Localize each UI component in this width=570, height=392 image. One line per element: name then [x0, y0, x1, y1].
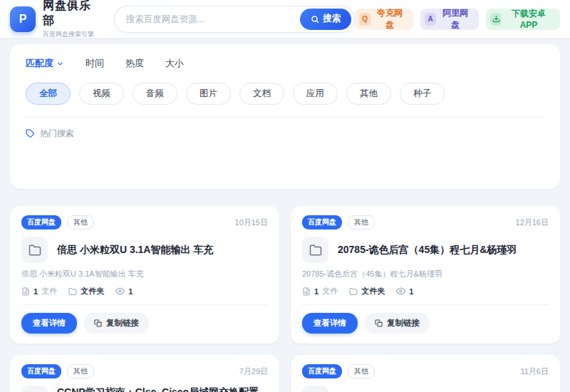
- source-badge: 百度网盘: [21, 364, 61, 378]
- source-badge: 百度网盘: [302, 215, 342, 229]
- quark-label: 夸克网盘: [375, 7, 405, 31]
- sort-option-match[interactable]: 匹配度: [26, 57, 64, 70]
- title-row: 倍思 小米粒双U 3.1A智能输出 车充: [21, 237, 268, 263]
- search-input[interactable]: [126, 14, 300, 24]
- result-card: 百度网盘 其他 10月15日 倍思 小米粒双U 3.1A智能输出 车充 倍思 小…: [10, 206, 279, 344]
- source-badge: 百度网盘: [21, 215, 61, 229]
- view-detail-button[interactable]: 查看详情: [21, 313, 77, 334]
- card-divider: [21, 304, 268, 305]
- views-stat: 1: [396, 287, 413, 296]
- sort-option-time[interactable]: 时间: [86, 57, 104, 70]
- download-icon: [490, 13, 502, 26]
- quark-icon: Q: [359, 13, 370, 26]
- ali-label: 阿里网盘: [440, 7, 470, 31]
- chevron-down-icon: [56, 60, 64, 68]
- folder-stat-label: 文件夹: [81, 286, 104, 296]
- folder-icon: [302, 386, 328, 392]
- file-count-value: 1: [314, 287, 318, 296]
- card-date: 10月15日: [235, 217, 268, 228]
- card-title[interactable]: 20785-诡色后宫（45集）程七月&杨瑾羽: [338, 244, 517, 257]
- file-count-stat: 1 文件: [302, 286, 338, 296]
- card-title[interactable]: CCNP学习指南：Clsc_Cisco局域网交换配置技术 19.9M PDF: [57, 386, 268, 392]
- copy-link-label: 复制链接: [387, 318, 420, 329]
- folder-small-icon: [68, 287, 77, 296]
- folder-stat-label: 文件夹: [361, 286, 385, 296]
- search-icon: [311, 15, 319, 24]
- card-stats: 1 文件 文件夹 1: [21, 286, 268, 296]
- folder-icon: [21, 237, 48, 263]
- card-head: 百度网盘 其他 7月29日: [21, 364, 268, 378]
- card-actions: 查看详情 复制链接: [302, 313, 549, 334]
- tab-all[interactable]: 全部: [26, 83, 71, 105]
- search-button[interactable]: 搜索: [300, 9, 351, 30]
- ali-disk-button[interactable]: A 阿里网盘: [420, 9, 479, 30]
- views-value: 1: [409, 287, 413, 296]
- site-subtitle: 百度网盘搜索引擎: [43, 30, 98, 39]
- tab-app[interactable]: 应用: [293, 83, 338, 105]
- tab-video[interactable]: 视频: [79, 83, 124, 105]
- hot-search-row: 热门搜索: [26, 128, 544, 140]
- result-cards: 百度网盘 其他 10月15日 倍思 小米粒双U 3.1A智能输出 车充 倍思 小…: [10, 206, 560, 392]
- file-count-stat: 1 文件: [21, 286, 57, 296]
- download-app-button[interactable]: 下载安卓APP: [486, 9, 560, 30]
- tab-torrent[interactable]: 种子: [400, 83, 445, 105]
- card-head: 百度网盘 其他 11月6日: [302, 364, 549, 378]
- category-tabs: 全部 视频 音频 图片 文档 应用 其他 种子: [26, 83, 544, 105]
- file-count-value: 1: [33, 287, 38, 296]
- card-stats: 1 文件 文件夹 1: [302, 286, 549, 296]
- quark-disk-button[interactable]: Q 夸克网盘: [355, 9, 413, 30]
- sort-option-heat[interactable]: 热度: [125, 57, 144, 70]
- card-divider: [302, 304, 549, 305]
- file-count-label: 文件: [322, 286, 338, 296]
- type-tag: 其他: [67, 364, 94, 378]
- folder-small-icon: [349, 287, 358, 296]
- title-row: 20785-诡色后宫（45集）程七月&杨瑾羽: [302, 237, 549, 263]
- folder-stat: 文件夹: [68, 286, 104, 296]
- result-card: 百度网盘 其他 11月6日 炽雪七年覆春衫 炽雪七年覆春衫 1 文件: [291, 355, 560, 392]
- copy-link-button[interactable]: 复制链接: [365, 313, 430, 334]
- tab-audio[interactable]: 音频: [133, 83, 177, 105]
- card-date: 7月29日: [239, 366, 268, 377]
- type-tag: 其他: [348, 364, 375, 378]
- filter-panel: 匹配度 时间 热度 大小 全部 视频 音频 图片 文档 应用 其他 种子 热门搜…: [10, 44, 560, 189]
- main-content: 匹配度 时间 热度 大小 全部 视频 音频 图片 文档 应用 其他 种子 热门搜…: [0, 38, 570, 392]
- file-icon: [21, 287, 30, 296]
- tab-other[interactable]: 其他: [346, 83, 391, 105]
- ali-icon: A: [425, 13, 436, 26]
- type-tag: 其他: [67, 215, 94, 229]
- sort-option-size[interactable]: 大小: [165, 57, 184, 70]
- type-tag: 其他: [348, 215, 375, 229]
- sort-match-label: 匹配度: [26, 57, 53, 70]
- folder-stat: 文件夹: [349, 286, 385, 296]
- folder-icon: [21, 386, 48, 392]
- folder-icon: [302, 237, 328, 263]
- card-actions: 查看详情 复制链接: [21, 313, 268, 334]
- file-icon: [302, 287, 311, 296]
- hot-search-label: 热门搜索: [40, 128, 74, 140]
- tab-image[interactable]: 图片: [186, 83, 231, 105]
- views-value: 1: [128, 287, 133, 296]
- tag-icon: [26, 129, 35, 138]
- copy-icon: [375, 319, 383, 327]
- copy-link-label: 复制链接: [106, 318, 139, 329]
- result-card: 百度网盘 其他 7月29日 CCNP学习指南：Clsc_Cisco局域网交换配置…: [10, 355, 279, 392]
- view-detail-button[interactable]: 查看详情: [302, 313, 358, 334]
- site-logo[interactable]: P: [10, 6, 36, 32]
- download-app-label: 下载安卓APP: [506, 8, 551, 30]
- search-button-label: 搜索: [323, 13, 341, 25]
- eye-icon: [396, 287, 405, 296]
- card-title[interactable]: 倍思 小米粒双U 3.1A智能输出 车充: [57, 244, 213, 257]
- card-description: 倍思 小米粒双U 3.1A智能输出 车充: [21, 269, 268, 279]
- card-date: 12月16日: [516, 217, 549, 228]
- card-head: 百度网盘 其他 12月16日: [302, 215, 549, 229]
- source-badge: 百度网盘: [302, 364, 342, 378]
- site-title: 网盘俱乐部: [43, 0, 98, 29]
- site-identity: 网盘俱乐部 百度网盘搜索引擎: [43, 0, 98, 39]
- file-count-label: 文件: [41, 286, 57, 296]
- title-row: CCNP学习指南：Clsc_Cisco局域网交换配置技术 19.9M PDF: [21, 386, 268, 392]
- card-description: 20785-诡色后宫（45集）程七月&杨瑾羽: [302, 269, 549, 279]
- copy-link-button[interactable]: 复制链接: [84, 313, 149, 334]
- header: P 网盘俱乐部 百度网盘搜索引擎 搜索 Q 夸克网盘 A 阿里网盘 下载安卓AP…: [0, 0, 570, 38]
- tab-document[interactable]: 文档: [239, 83, 284, 105]
- title-row: 炽雪七年覆春衫: [302, 386, 549, 392]
